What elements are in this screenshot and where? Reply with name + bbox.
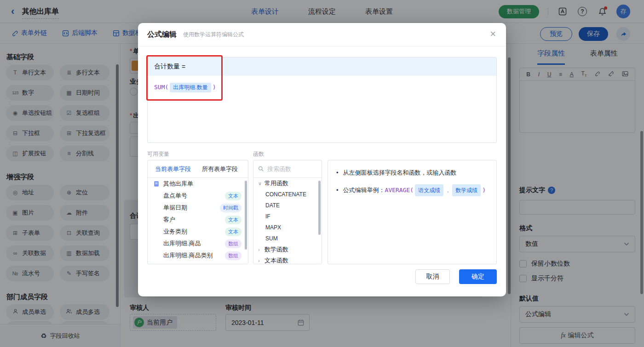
function-open: SUM( [154,84,168,91]
functions-scrollbar[interactable] [318,181,321,235]
functions-panel: ∨常用函数 CONCATENATE DATE IF MAPX SUM ›数学函数… [253,160,322,264]
function-group-math[interactable]: ›数学函数 [253,244,322,255]
formula-target-row: 合计数量 = [148,57,496,76]
type-badge: 数组 [225,251,242,260]
function-item[interactable]: DATE [253,200,322,211]
modal-title: 公式编辑 [147,30,177,40]
formula-expression[interactable]: SUM(出库明细.数量) [148,76,496,99]
function-search-input[interactable] [267,165,313,172]
type-badge: 时间戳 [220,204,242,212]
close-icon[interactable]: × [490,29,496,39]
variable-item[interactable]: 客户文本 [148,214,248,226]
type-badge: 文本 [225,228,242,236]
search-icon [258,166,264,172]
function-item[interactable]: MAPX [253,222,322,233]
tip-line-1: • 从左侧面板选择字段名和函数，或输入函数 [336,168,488,178]
type-badge: 文本 [225,192,242,200]
type-badge: 文本 [225,216,242,224]
modal-header: 公式编辑 使用数学运算符编辑公式 [138,23,506,46]
field-token[interactable]: 出库明细.数量 [170,83,211,92]
variable-item[interactable]: 单据日期时间戳 [148,202,248,214]
form-doc-icon [153,181,160,187]
formula-editor-area[interactable]: 合计数量 = SUM(出库明细.数量) [147,57,497,143]
variables-panel: 当前表单字段 所有表单字段 其他出库单 盘点单号文本 单据日期时间戳 客户文本 … [147,160,248,264]
function-group-text[interactable]: ›文本函数 [253,255,322,264]
tab-all-form-fields[interactable]: 所有表单字段 [202,165,238,173]
variables-tabs: 当前表单字段 所有表单字段 [148,160,248,178]
variables-root-node[interactable]: 其他出库单 [148,178,248,190]
variable-item[interactable]: 出库明细.商品数组 [148,238,248,250]
variables-label: 可用变量 [147,150,169,158]
function-group-common[interactable]: ∨常用函数 [253,178,322,189]
modal-footer: 取消 确定 [415,269,497,284]
function-close: ) [213,84,216,91]
modal-subtitle: 使用数学运算符编辑公式 [183,31,244,39]
function-item[interactable]: SUM [253,233,322,244]
functions-label: 函数 [253,150,264,158]
cancel-button[interactable]: 取消 [415,269,450,284]
tab-current-form-fields[interactable]: 当前表单字段 [155,165,191,173]
confirm-button[interactable]: 确定 [459,269,497,284]
example-token: 数学成绩 [452,184,481,196]
variable-item[interactable]: 盘点单号文本 [148,190,248,202]
variable-item[interactable]: 出库明细.商品类别数组 [148,250,248,262]
example-token: 语文成绩 [415,184,443,196]
function-item[interactable]: CONCATENATE [253,189,322,200]
tips-panel: • 从左侧面板选择字段名和函数，或输入函数 • 公式编辑举例： AVERAGE(… [328,160,497,264]
formula-editor-modal: 公式编辑 使用数学运算符编辑公式 × 合计数量 = SUM(出库明细.数量) 可… [138,23,506,296]
variable-item[interactable]: 业务类别文本 [148,226,248,238]
tip-line-2: • 公式编辑举例： AVERAGE( 语文成绩 ， 数学成绩 ) [336,184,488,196]
variables-scrollbar[interactable] [245,181,247,250]
function-item[interactable]: IF [253,211,322,222]
function-search[interactable] [253,160,322,178]
type-badge: 数组 [225,239,242,248]
